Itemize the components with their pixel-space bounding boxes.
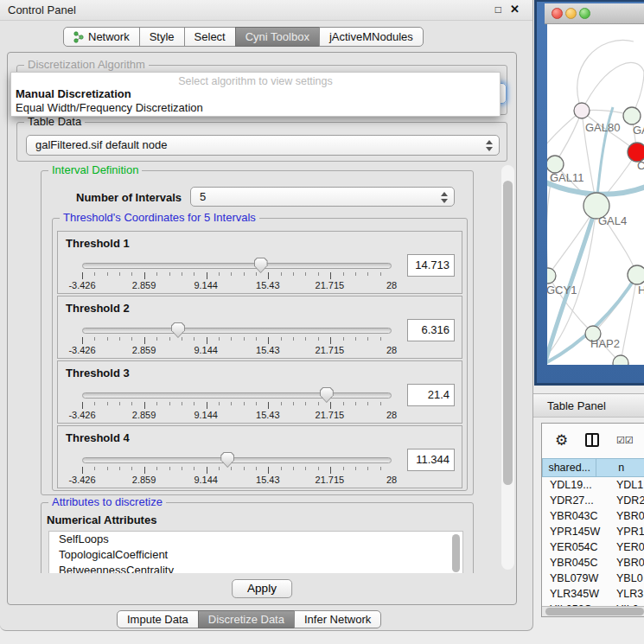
- slider-thumb-face: [172, 323, 184, 337]
- slider-track[interactable]: [82, 392, 392, 399]
- table-row[interactable]: YBR045CYBR0: [542, 555, 644, 571]
- slider-tick-labels: -3.4262.8599.14415.4321.71528: [82, 345, 392, 356]
- slider-thumb[interactable]: [254, 258, 268, 273]
- cell-name[interactable]: YER0: [609, 539, 644, 555]
- slider-thumb-face: [321, 388, 333, 402]
- discretization-algorithm-label: Discretization Algorithm: [24, 58, 149, 71]
- slider-ticks: [82, 337, 392, 344]
- network-node[interactable]: [547, 268, 556, 284]
- table-row[interactable]: YDL19...YDL1: [542, 477, 644, 493]
- slider-track[interactable]: [82, 328, 392, 334]
- threshold-1-label: Threshold 1: [66, 237, 130, 250]
- tab-network-label: Network: [88, 30, 130, 43]
- cell-shared-name[interactable]: YLR345W: [542, 586, 609, 602]
- slider-thumb-face: [255, 258, 267, 272]
- column-header-name[interactable]: n: [596, 458, 644, 477]
- tab-select-label: Select: [194, 30, 226, 43]
- cell-name[interactable]: YLR3: [609, 586, 643, 602]
- cell-shared-name[interactable]: YDR27...: [542, 493, 609, 508]
- tick-label: 28: [386, 475, 397, 485]
- column-header-shared-name[interactable]: shared...: [542, 458, 596, 477]
- attribute-list-item[interactable]: SelfLoops: [49, 532, 462, 547]
- cell-shared-name[interactable]: YPR145W: [542, 524, 609, 539]
- horizontal-scrollbar-track[interactable]: [542, 606, 644, 616]
- table-row[interactable]: YER054CYER0: [542, 539, 644, 555]
- popup-option-equal-width-frequency[interactable]: Equal Width/Frequency Discretization: [16, 101, 203, 114]
- popup-option-manual-discretization[interactable]: Manual Discretization: [16, 87, 131, 100]
- slider-thumb[interactable]: [171, 322, 185, 338]
- network-node[interactable]: [628, 265, 644, 284]
- slider-thumb[interactable]: [320, 387, 334, 403]
- bottom-tab-bar: Impute Data Discretize Data Infer Networ…: [117, 610, 381, 628]
- threshold-3-value-field[interactable]: 21.4: [407, 384, 455, 406]
- cell-name[interactable]: YBR0: [609, 508, 644, 524]
- cell-name[interactable]: YDL1: [609, 477, 643, 493]
- tab-select[interactable]: Select: [184, 27, 236, 47]
- top-tab-bar: Network Style Select Cyni Toolbox jActiv…: [63, 27, 424, 47]
- settings-scrollbar-track[interactable]: [501, 165, 514, 570]
- slider-tick-labels: -3.4262.8599.14415.4321.71528: [82, 410, 392, 421]
- minimize-traffic-light-icon[interactable]: [565, 8, 577, 19]
- cell-shared-name[interactable]: YDL19...: [542, 477, 609, 493]
- cell-name[interactable]: YPR1: [609, 524, 644, 539]
- cell-shared-name[interactable]: YBL079W: [542, 571, 609, 586]
- cell-name[interactable]: YDR2: [609, 493, 644, 508]
- threshold-3-slider[interactable]: -3.4262.8599.14415.4321.71528: [82, 392, 392, 421]
- columns-icon[interactable]: [585, 433, 599, 447]
- network-view-window[interactable]: GAL80GACGAL11GAL4GCY1HHAP2: [534, 0, 644, 386]
- threshold-2-slider[interactable]: -3.4262.8599.14415.4321.71528: [82, 328, 392, 356]
- cell-name[interactable]: YBL0: [609, 571, 643, 586]
- table-data-combobox[interactable]: galFiltered.sif default node: [26, 135, 500, 156]
- network-node[interactable]: [623, 107, 641, 124]
- threshold-3-label: Threshold 3: [66, 367, 130, 379]
- table-row[interactable]: YBR043CYBR0: [542, 508, 644, 524]
- slider-thumb[interactable]: [220, 452, 234, 468]
- table-row[interactable]: YLR345WYLR3: [542, 586, 644, 602]
- network-canvas[interactable]: GAL80GACGAL11GAL4GCY1HHAP2: [547, 24, 644, 365]
- tab-impute-data[interactable]: Impute Data: [117, 610, 199, 628]
- attributes-to-discretize-group: Attributes to discretize Numerical Attri…: [41, 502, 474, 573]
- numerical-attributes-label: Numerical Attributes: [47, 513, 156, 526]
- number-of-intervals-combobox[interactable]: 5: [190, 187, 455, 207]
- network-node[interactable]: [547, 156, 564, 173]
- tab-discretize-data[interactable]: Discretize Data: [198, 610, 295, 628]
- horizontal-scrollbar-thumb[interactable]: [545, 608, 644, 615]
- threshold-4-slider[interactable]: -3.4262.8599.14415.4321.71528: [82, 457, 392, 486]
- tab-jactivemnodules[interactable]: jActiveMNodules: [319, 27, 424, 47]
- cell-shared-name[interactable]: YBR043C: [542, 508, 609, 524]
- apply-button[interactable]: Apply: [232, 579, 292, 598]
- cell-shared-name[interactable]: YBR045C: [542, 555, 609, 571]
- tab-network[interactable]: Network: [63, 27, 140, 47]
- select-columns-checkboxes-icon[interactable]: ☑☑: [616, 435, 634, 446]
- cell-name[interactable]: YBR0: [609, 555, 644, 571]
- table-row[interactable]: YPR145WYPR1: [542, 524, 644, 539]
- table-panel-titlebar: Table Panel: [533, 393, 644, 418]
- close-window-icon[interactable]: ✕: [510, 3, 520, 16]
- attribute-list-item[interactable]: TopologicalCoefficient: [49, 547, 462, 563]
- close-traffic-light-icon[interactable]: [552, 8, 563, 19]
- attribute-list-item[interactable]: BetweennessCentrality: [49, 563, 462, 573]
- threshold-4-value-field[interactable]: 11.344: [407, 449, 455, 471]
- settings-scrollbar-thumb[interactable]: [503, 181, 513, 485]
- tab-infer-network[interactable]: Infer Network: [294, 610, 381, 628]
- threshold-1-value-field[interactable]: 14.713: [407, 254, 455, 277]
- tab-style[interactable]: Style: [139, 27, 185, 47]
- threshold-2-value-field[interactable]: 6.316: [407, 319, 455, 341]
- network-node-label: HAP2: [590, 337, 620, 350]
- slider-track[interactable]: [82, 263, 392, 269]
- gear-icon[interactable]: ⚙: [555, 431, 568, 450]
- tick-label: 15.43: [256, 475, 280, 485]
- network-node[interactable]: [574, 103, 590, 118]
- table-row[interactable]: YDR27...YDR2: [542, 493, 644, 508]
- tick-label: 21.715: [316, 475, 345, 485]
- numerical-attributes-list[interactable]: SelfLoopsTopologicalCoefficientBetweenne…: [48, 531, 463, 573]
- tab-cyni-toolbox[interactable]: Cyni Toolbox: [235, 27, 320, 47]
- table-panel-title: Table Panel: [547, 399, 606, 412]
- table-row[interactable]: YBL079WYBL0: [542, 571, 644, 586]
- cell-shared-name[interactable]: YER054C: [542, 539, 609, 555]
- threshold-1-slider[interactable]: -3.4262.8599.14415.4321.71528: [82, 263, 392, 291]
- zoom-traffic-light-icon[interactable]: [579, 8, 590, 19]
- float-window-icon[interactable]: □: [495, 3, 501, 16]
- slider-track[interactable]: [82, 457, 392, 463]
- list-scrollbar[interactable]: [452, 534, 460, 572]
